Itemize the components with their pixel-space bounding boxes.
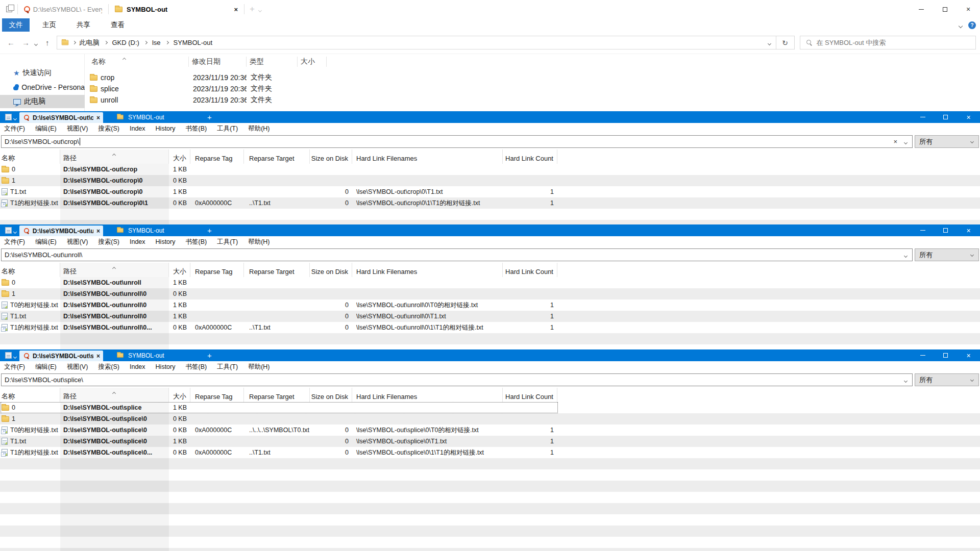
forward-button[interactable]: → bbox=[22, 38, 30, 47]
address-bar[interactable]: 此电脑 GKD (D:) lse SYMBOL-out bbox=[57, 36, 776, 49]
back-button[interactable]: ← bbox=[7, 38, 15, 47]
tab-list-chevron-icon[interactable] bbox=[259, 5, 261, 14]
filter-dropdown[interactable]: 所有 bbox=[915, 373, 979, 386]
result-row[interactable]: 1D:\lse\SYMBOL-out\splice\00 KB bbox=[0, 413, 980, 424]
sidebar-item-onedrive[interactable]: OneDrive - Persona bbox=[0, 81, 85, 94]
column-header[interactable]: Hard Link Filenames bbox=[352, 263, 503, 277]
result-row[interactable]: T1的相对链接.txtD:\lse\SYMBOL-out\splice\0...… bbox=[0, 447, 980, 458]
menu-item[interactable]: Index bbox=[125, 238, 151, 245]
menu-item[interactable]: History bbox=[151, 125, 181, 132]
close-button[interactable]: × bbox=[957, 349, 980, 361]
menu-item[interactable]: 帮助(H) bbox=[243, 238, 275, 246]
everything-tab-active[interactable]: D:\lse\SYMBOL-out\u... × bbox=[19, 226, 103, 236]
tab-list-chevron-icon[interactable] bbox=[14, 351, 16, 360]
result-row[interactable]: T1.txtD:\lse\SYMBOL-out\crop\01 KB0\lse\… bbox=[0, 186, 980, 197]
column-header[interactable]: 名称 bbox=[0, 149, 60, 164]
menu-item[interactable]: 书签(B) bbox=[180, 363, 212, 371]
result-row[interactable]: T0的相对链接.txtD:\lse\SYMBOL-out\splice\00 K… bbox=[0, 424, 980, 436]
everything-search-input[interactable]: D:\lse\SYMBOL-out\splice\ bbox=[1, 373, 913, 386]
everything-tab-symbol-out[interactable]: SYMBOL-out bbox=[103, 111, 200, 123]
file-row[interactable]: splice2023/11/19 20:36文件夹 bbox=[88, 83, 980, 94]
column-header[interactable]: Hard Link Count bbox=[503, 263, 557, 277]
address-dropdown-chevron-icon[interactable] bbox=[768, 39, 771, 46]
tab-list-icon[interactable] bbox=[5, 227, 12, 234]
filter-dropdown[interactable]: 所有 bbox=[915, 135, 979, 148]
breadcrumb-drive[interactable]: GKD (D:) bbox=[108, 39, 143, 46]
result-row[interactable]: 1D:\lse\SYMBOL-out\crop\00 KB bbox=[0, 175, 980, 186]
menu-item[interactable]: 文件(F) bbox=[0, 363, 30, 371]
tab-close-icon[interactable]: × bbox=[96, 353, 100, 360]
maximize-button[interactable] bbox=[934, 224, 957, 236]
menu-item[interactable]: 工具(T) bbox=[212, 124, 243, 133]
everything-tab-symbol-out[interactable]: SYMBOL-out bbox=[103, 224, 200, 236]
ribbon-tab-file[interactable]: 文件 bbox=[2, 18, 30, 32]
column-header[interactable]: Reparse Target bbox=[244, 388, 310, 402]
menu-item[interactable]: 编辑(E) bbox=[30, 363, 62, 371]
column-header[interactable]: Reparse Target bbox=[244, 149, 310, 164]
menu-item[interactable]: 视图(V) bbox=[62, 363, 93, 371]
column-header[interactable]: Size on Disk bbox=[310, 149, 352, 164]
menu-item[interactable]: History bbox=[151, 363, 181, 370]
menu-item[interactable]: 帮助(H) bbox=[243, 363, 275, 371]
minimize-button[interactable] bbox=[911, 111, 934, 123]
tab-list-icon[interactable] bbox=[5, 352, 12, 359]
minimize-button[interactable] bbox=[910, 0, 933, 18]
tab-close-icon[interactable]: × bbox=[234, 6, 238, 13]
sidebar-item-this-pc[interactable]: 此电脑 bbox=[0, 95, 85, 108]
menu-item[interactable]: Index bbox=[125, 125, 151, 132]
everything-tab-active[interactable]: D:\lse\SYMBOL-out\s... × bbox=[19, 350, 103, 361]
menu-item[interactable]: 文件(F) bbox=[0, 124, 30, 133]
close-button[interactable]: × bbox=[957, 0, 980, 18]
menu-item[interactable]: 搜索(S) bbox=[93, 238, 125, 246]
column-header[interactable]: 名称 bbox=[0, 263, 60, 277]
breadcrumb-lse[interactable]: lse bbox=[148, 39, 165, 46]
result-row[interactable]: 0D:\lse\SYMBOL-out\unroll1 KB bbox=[0, 277, 980, 288]
explorer-tab-symbol-out[interactable]: SYMBOL-out × bbox=[109, 0, 244, 18]
filter-dropdown[interactable]: 所有 bbox=[915, 248, 979, 261]
column-header[interactable]: Hard Link Count bbox=[503, 149, 557, 164]
column-header[interactable]: Hard Link Count bbox=[503, 388, 557, 402]
menu-item[interactable]: Index bbox=[125, 363, 151, 370]
tab-close-icon[interactable]: × bbox=[96, 114, 100, 121]
column-header[interactable]: Reparse Tag bbox=[190, 388, 244, 402]
recent-locations-chevron-icon[interactable] bbox=[35, 38, 37, 47]
result-row[interactable]: 0D:\lse\SYMBOL-out\crop1 KB bbox=[0, 164, 980, 175]
menu-item[interactable]: 工具(T) bbox=[212, 238, 243, 246]
menu-item[interactable]: 编辑(E) bbox=[30, 238, 62, 246]
menu-item[interactable]: 文件(F) bbox=[0, 238, 30, 246]
column-header[interactable]: Reparse Target bbox=[244, 263, 310, 277]
everything-search-input[interactable]: D:\lse\SYMBOL-out\crop\ × bbox=[1, 135, 913, 148]
breadcrumb-symbol-out[interactable]: SYMBOL-out bbox=[169, 39, 217, 46]
new-tab-button[interactable]: + bbox=[207, 351, 212, 360]
result-row[interactable]: 0D:\lse\SYMBOL-out\splice1 KB bbox=[0, 402, 980, 413]
clear-search-icon[interactable]: × bbox=[893, 138, 897, 145]
column-header-size[interactable]: 大小 bbox=[298, 57, 327, 67]
tab-list-chevron-icon[interactable] bbox=[14, 113, 16, 122]
ribbon-tab-view[interactable]: 查看 bbox=[103, 18, 132, 32]
column-header-type[interactable]: 类型 bbox=[247, 57, 298, 67]
explorer-search-box[interactable]: 在 SYMBOL-out 中搜索 bbox=[800, 36, 976, 49]
everything-tab-symbol-out[interactable]: SYMBOL-out bbox=[103, 349, 200, 361]
search-dropdown-chevron-icon[interactable] bbox=[904, 138, 907, 145]
refresh-button[interactable]: ↻ bbox=[776, 36, 795, 49]
search-dropdown-chevron-icon[interactable] bbox=[904, 376, 907, 384]
column-header[interactable]: 大小 bbox=[169, 263, 190, 277]
column-header[interactable]: Reparse Tag bbox=[190, 149, 244, 164]
explorer-tab-everything[interactable]: D:\lse\SYMBOL\ - Everything... bbox=[18, 0, 108, 18]
new-tab-button[interactable]: + bbox=[207, 113, 212, 121]
new-tab-button[interactable]: + bbox=[250, 4, 255, 14]
maximize-button[interactable] bbox=[934, 111, 957, 123]
menu-item[interactable]: 帮助(H) bbox=[243, 124, 275, 133]
file-row[interactable]: unroll2023/11/19 20:36文件夹 bbox=[88, 94, 980, 106]
minimize-button[interactable] bbox=[911, 224, 934, 236]
result-row[interactable]: T1.txtD:\lse\SYMBOL-out\unroll\01 KB0\ls… bbox=[0, 311, 980, 322]
column-header[interactable]: Size on Disk bbox=[310, 263, 352, 277]
result-row[interactable]: T1的相对链接.txtD:\lse\SYMBOL-out\crop\0\10 K… bbox=[0, 197, 980, 209]
column-header[interactable]: Hard Link Filenames bbox=[352, 149, 503, 164]
result-row[interactable]: T1的相对链接.txtD:\lse\SYMBOL-out\unroll\0...… bbox=[0, 322, 980, 333]
close-button[interactable]: × bbox=[957, 224, 980, 236]
maximize-button[interactable] bbox=[934, 349, 957, 361]
new-tab-button[interactable]: + bbox=[207, 226, 212, 235]
result-row[interactable]: T0的相对链接.txtD:\lse\SYMBOL-out\unroll\01 K… bbox=[0, 299, 980, 311]
result-row[interactable]: 1D:\lse\SYMBOL-out\unroll\00 KB bbox=[0, 288, 980, 299]
